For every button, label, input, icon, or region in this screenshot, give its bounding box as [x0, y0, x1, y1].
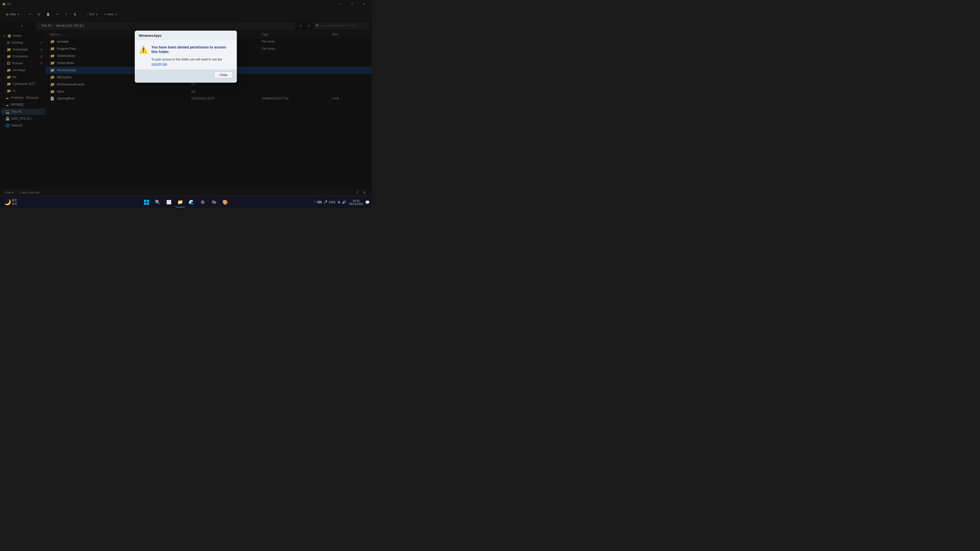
dialog-content: You have been denied permission to acces…	[151, 45, 233, 66]
taskbar-center: 🔍 ⬜ 📁 🌊 ⚙ 🛍 🎨	[142, 197, 230, 207]
keyboard-icon[interactable]: ⌨	[317, 200, 322, 204]
taskview-icon: ⬜	[166, 200, 172, 205]
search-taskbar-icon: 🔍	[155, 200, 161, 205]
volume-icon[interactable]: 🔊	[342, 200, 346, 204]
dialog-footer: Close	[135, 69, 237, 83]
settings-taskbar-icon: ⚙	[200, 200, 205, 205]
weather-widget[interactable]: 🌙 8°C 晴明	[2, 197, 21, 207]
weather-info: 8°C 晴明	[12, 199, 17, 206]
sys-tray: ^ ⌨ 🎤 ENG 🖥 🔊	[313, 200, 347, 204]
edge-button[interactable]: 🌊	[186, 197, 197, 207]
dialog-heading: You have been denied permission to acces…	[151, 45, 233, 54]
notification-icon[interactable]: 💬	[365, 200, 369, 204]
warning-icon: ⚠️	[139, 45, 148, 54]
dialog-text: To gain access to this folder you will n…	[151, 57, 233, 66]
dialog-body: ⚠️ You have been denied permission to ac…	[135, 40, 237, 69]
svg-rect-1	[147, 200, 149, 202]
svg-rect-3	[147, 203, 149, 205]
weather-icon: 🌙	[4, 199, 11, 206]
network-tray-icon[interactable]: 🖥	[337, 200, 340, 204]
start-button[interactable]	[142, 197, 151, 207]
lang-label[interactable]: ENG	[329, 200, 336, 204]
search-button[interactable]: 🔍	[153, 197, 163, 207]
store-button[interactable]: 🛍	[209, 197, 219, 207]
paint-icon: 🎨	[222, 200, 228, 205]
mic-icon[interactable]: 🎤	[323, 200, 328, 204]
edge-icon: 🌊	[189, 200, 194, 205]
security-tab-link[interactable]: security tab	[151, 62, 167, 66]
taskbar-right: ^ ⌨ 🎤 ENG 🖥 🔊 19:31 05/11/2022 💬	[313, 199, 369, 205]
svg-rect-0	[144, 200, 146, 202]
dialog-close-button[interactable]: Close	[214, 71, 233, 79]
windows-logo-icon	[144, 200, 149, 205]
settings-taskbar-button[interactable]: ⚙	[197, 197, 208, 207]
explorer-taskbar-button[interactable]: 📁	[175, 197, 185, 207]
taskbar: 🌙 8°C 晴明 🔍 ⬜ 📁 🌊 ⚙	[0, 196, 372, 208]
taskview-button[interactable]: ⬜	[164, 197, 174, 207]
store-icon: 🛍	[212, 200, 216, 205]
dialog-titlebar: WindowsApps	[135, 30, 237, 40]
dialog-overlay: WindowsApps ⚠️ You have been denied perm…	[0, 0, 372, 196]
clock[interactable]: 19:31 05/11/2022	[349, 199, 363, 205]
taskbar-left: 🌙 8°C 晴明	[2, 197, 21, 207]
paint-button[interactable]: 🎨	[220, 197, 230, 207]
tray-expand-icon[interactable]: ^	[314, 200, 315, 204]
explorer-taskbar-icon: 📁	[177, 199, 183, 205]
permission-dialog: WindowsApps ⚠️ You have been denied perm…	[135, 30, 237, 83]
svg-rect-2	[144, 203, 146, 205]
